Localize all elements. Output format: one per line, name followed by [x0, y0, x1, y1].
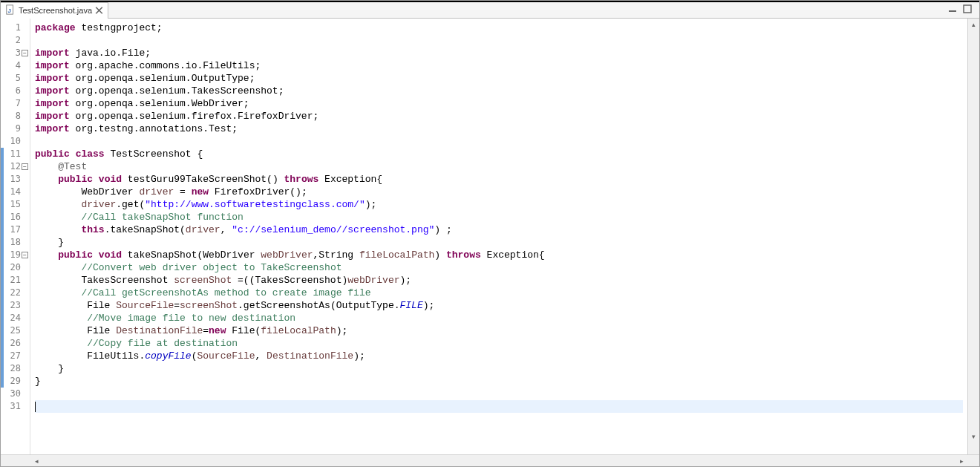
line-number: 1: [1, 22, 28, 34]
horizontal-scrollbar[interactable]: ◂ ▸: [1, 454, 979, 466]
code-line[interactable]: public void testGuru99TakeScreenShot() t…: [35, 173, 963, 186]
line-number: 8: [1, 110, 28, 123]
line-number: 22: [1, 287, 28, 299]
scroll-up-icon[interactable]: ▴: [968, 19, 979, 30]
tab-bar: J TestScreenshot.java: [1, 2, 979, 19]
code-line[interactable]: import org.apache.commons.io.FileUtils;: [35, 59, 963, 72]
scroll-down-icon[interactable]: ▾: [968, 431, 979, 442]
line-number: 10: [1, 135, 28, 148]
line-number: 17: [1, 223, 28, 236]
line-number: 26: [1, 337, 28, 350]
text-cursor: [35, 402, 36, 412]
line-number: 24: [1, 312, 28, 324]
code-line[interactable]: @Test: [35, 160, 963, 173]
code-line[interactable]: this.takeSnapShot(driver, "c://selenium_…: [35, 223, 963, 236]
code-line[interactable]: public class TestScreenshot {: [35, 148, 963, 160]
code-line[interactable]: public void takeSnapShot(WebDriver webDr…: [35, 249, 963, 261]
line-number: 12−: [1, 160, 28, 173]
code-line[interactable]: import org.openqa.selenium.TakesScreensh…: [35, 85, 963, 97]
line-number: 4: [1, 59, 28, 72]
code-line[interactable]: WebDriver driver = new FirefoxDriver();: [35, 186, 963, 198]
scroll-left-icon[interactable]: ◂: [30, 455, 42, 467]
svg-rect-5: [964, 5, 971, 13]
line-number: 14: [1, 186, 28, 198]
line-number: 11: [1, 148, 28, 160]
line-number: 21: [1, 274, 28, 287]
line-number: 13: [1, 173, 28, 186]
line-number: 19−: [1, 249, 28, 261]
fold-toggle-icon[interactable]: −: [22, 50, 28, 56]
svg-text:J: J: [8, 7, 11, 13]
minimize-icon[interactable]: [948, 4, 957, 16]
code-line[interactable]: //Call takeSnapShot function: [35, 211, 963, 223]
code-line[interactable]: }: [35, 375, 963, 388]
line-number: 30: [1, 388, 28, 400]
code-line[interactable]: import org.openqa.selenium.WebDriver;: [35, 97, 963, 110]
code-line[interactable]: FileUtils.copyFile(SourceFile, Destinati…: [35, 350, 963, 362]
tab-label: TestScreenshot.java: [19, 6, 92, 15]
line-number: 20: [1, 261, 28, 274]
java-file-icon: J: [5, 4, 16, 17]
code-line[interactable]: import org.testng.annotations.Test;: [35, 123, 963, 135]
close-icon[interactable]: [95, 7, 103, 15]
line-number: 5: [1, 72, 28, 85]
code-line[interactable]: [35, 135, 963, 148]
code-line[interactable]: }: [35, 362, 963, 375]
fold-toggle-icon[interactable]: −: [22, 163, 28, 170]
code-line[interactable]: import java.io.File;: [35, 47, 963, 59]
line-number: 15: [1, 198, 28, 211]
code-line[interactable]: import org.openqa.selenium.firefox.Firef…: [35, 110, 963, 123]
code-line[interactable]: //Move image file to new destination: [35, 312, 963, 324]
code-line[interactable]: }: [35, 236, 963, 249]
line-number: 27: [1, 350, 28, 362]
code-line[interactable]: [35, 388, 963, 400]
code-line[interactable]: //Convert web driver object to TakeScree…: [35, 261, 963, 274]
line-number: 25: [1, 324, 28, 337]
line-number: 18: [1, 236, 28, 249]
line-number: 2: [1, 34, 28, 47]
code-line[interactable]: //Call getScreenshotAs method to create …: [35, 287, 963, 299]
code-line[interactable]: [35, 34, 963, 47]
code-area[interactable]: package testngproject;import java.io.Fil…: [30, 19, 967, 454]
line-number: 29: [1, 375, 28, 388]
vertical-scrollbar[interactable]: ▴ ▾: [967, 19, 979, 454]
line-number: 31: [1, 400, 28, 413]
code-line[interactable]: File SourceFile=screenShot.getScreenshot…: [35, 299, 963, 312]
line-number: 16: [1, 211, 28, 223]
editor-frame: J TestScreenshot.java 123−456789101112−1…: [0, 0, 980, 467]
line-number: 3−: [1, 47, 28, 59]
code-line[interactable]: import org.openqa.selenium.OutputType;: [35, 72, 963, 85]
line-number: 9: [1, 123, 28, 135]
code-line[interactable]: [35, 400, 963, 413]
code-line[interactable]: File DestinationFile=new File(fileLocalP…: [35, 324, 963, 337]
svg-rect-4: [949, 10, 956, 12]
code-line[interactable]: driver.get("http://www.softwaretestingcl…: [35, 198, 963, 211]
line-number: 6: [1, 85, 28, 97]
line-number: 23: [1, 299, 28, 312]
editor-body: 123−456789101112−13141516171819−20212223…: [1, 19, 979, 454]
maximize-icon[interactable]: [963, 4, 972, 16]
code-line[interactable]: //Copy file at destination: [35, 337, 963, 350]
code-line[interactable]: TakesScreenshot screenShot =((TakesScree…: [35, 274, 963, 287]
line-number: 28: [1, 362, 28, 375]
line-number: 7: [1, 97, 28, 110]
fold-toggle-icon[interactable]: −: [22, 252, 28, 258]
scroll-right-icon[interactable]: ▸: [956, 455, 967, 467]
code-line[interactable]: package testngproject;: [35, 22, 963, 34]
editor-tab[interactable]: J TestScreenshot.java: [1, 2, 108, 19]
line-number-gutter[interactable]: 123−456789101112−13141516171819−20212223…: [1, 19, 30, 454]
